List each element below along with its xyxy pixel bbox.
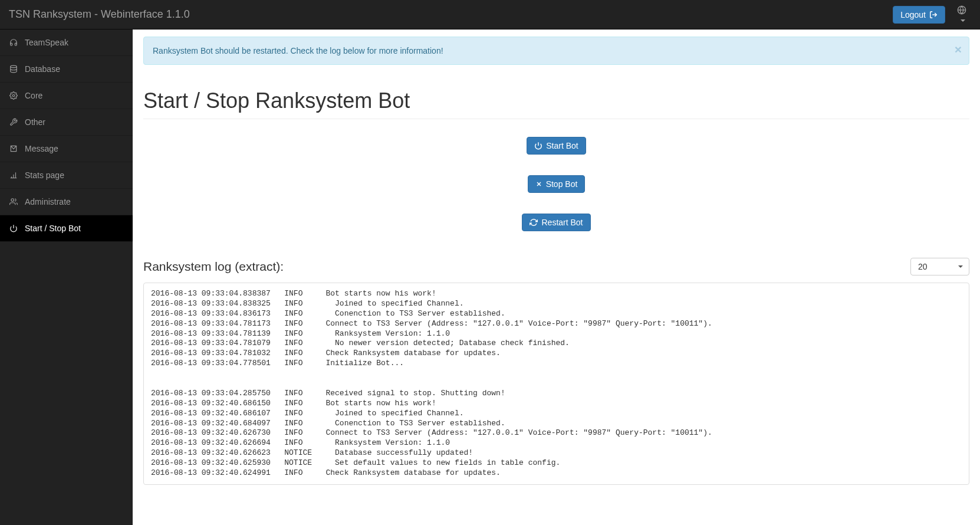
language-dropdown[interactable]: [952, 2, 971, 27]
alert-text: Ranksystem Bot should be restarted. Chec…: [153, 46, 443, 55]
restart-bot-button[interactable]: Restart Bot: [522, 214, 590, 231]
log-count-value: 20: [918, 262, 928, 271]
cogs-icon: [9, 91, 19, 100]
sidebar-item-other[interactable]: Other: [0, 109, 133, 136]
caret-down-icon: [961, 19, 965, 22]
restart-bot-label: Restart Bot: [541, 218, 583, 227]
refresh-icon: [530, 218, 538, 227]
sidebar: TeamSpeak Database Core Other Message: [0, 29, 133, 525]
sidebar-item-administrate[interactable]: Administrate: [0, 189, 133, 215]
sidebar-item-teamspeak[interactable]: TeamSpeak: [0, 29, 133, 56]
stop-bot-label: Stop Bot: [546, 179, 578, 189]
logout-icon: [929, 11, 938, 19]
logout-label: Logout: [900, 10, 926, 19]
start-bot-button[interactable]: Start Bot: [527, 137, 586, 155]
sidebar-item-label: Message: [25, 144, 58, 153]
close-icon: [535, 181, 542, 188]
sidebar-item-label: Stats page: [25, 170, 64, 180]
database-icon: [9, 65, 19, 73]
envelope-icon: [9, 145, 19, 153]
log-panel: 2016-08-13 09:33:04.838387 INFO Bot star…: [143, 283, 969, 485]
navbar-right: Logout: [893, 2, 971, 27]
power-icon: [534, 142, 542, 150]
sidebar-item-message[interactable]: Message: [0, 136, 133, 162]
sidebar-item-database[interactable]: Database: [0, 56, 133, 83]
stop-bot-button[interactable]: Stop Bot: [528, 175, 586, 193]
caret-down-icon: [958, 265, 963, 268]
navbar: TSN Ranksystem - Webinterface 1.1.0 Logo…: [0, 0, 980, 29]
main-content: Ranksystem Bot should be restarted. Chec…: [133, 29, 980, 525]
log-output: 2016-08-13 09:33:04.838387 INFO Bot star…: [151, 289, 962, 478]
alert-close-button[interactable]: ×: [955, 43, 962, 55]
sidebar-item-startstop[interactable]: Start / Stop Bot: [0, 215, 133, 242]
navbar-brand: TSN Ranksystem - Webinterface 1.1.0: [9, 8, 190, 21]
sidebar-item-label: Core: [25, 91, 42, 100]
sidebar-item-label: Administrate: [25, 197, 71, 206]
log-title: Ranksystem log (extract):: [143, 260, 284, 274]
sidebar-item-stats[interactable]: Stats page: [0, 162, 133, 189]
log-count-select[interactable]: 20: [910, 258, 969, 275]
svg-point-4: [12, 94, 15, 97]
headphones-icon: [9, 38, 19, 47]
sidebar-item-label: Start / Stop Bot: [25, 224, 81, 233]
power-icon: [9, 224, 19, 232]
globe-icon: [957, 5, 966, 15]
bot-button-group: Start Bot Stop Bot Restart Bot: [143, 137, 969, 231]
alert-info: Ranksystem Bot should be restarted. Chec…: [143, 37, 969, 65]
barchart-icon: [9, 171, 19, 179]
sidebar-item-label: TeamSpeak: [25, 38, 68, 47]
sidebar-item-label: Database: [25, 64, 60, 74]
users-icon: [9, 198, 19, 206]
wrench-icon: [9, 118, 19, 126]
svg-point-3: [11, 65, 17, 68]
sidebar-item-core[interactable]: Core: [0, 83, 133, 109]
log-header: Ranksystem log (extract): 20: [143, 258, 969, 275]
sidebar-item-label: Other: [25, 117, 45, 127]
svg-point-9: [11, 199, 14, 202]
close-icon: ×: [955, 42, 962, 56]
start-bot-label: Start Bot: [546, 141, 578, 150]
logout-button[interactable]: Logout: [893, 6, 945, 24]
page-title: Start / Stop Ranksystem Bot: [143, 88, 969, 119]
